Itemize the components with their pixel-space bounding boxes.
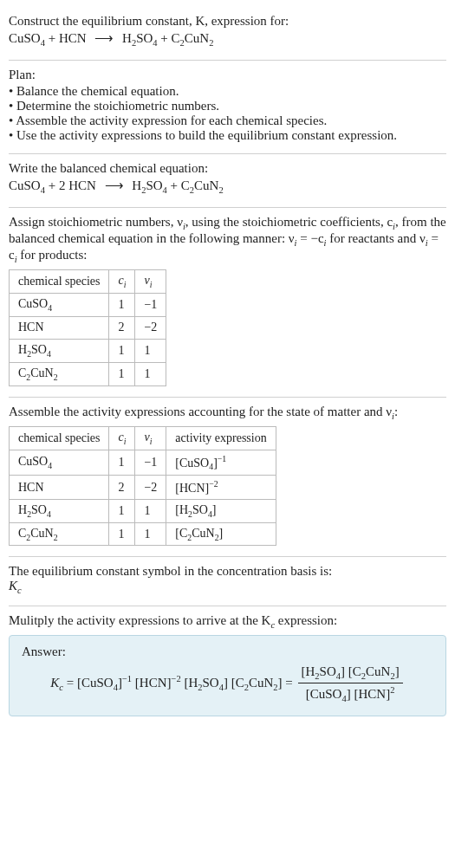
cell-ci: 2 <box>109 476 135 500</box>
balanced-label: Write the balanced chemical equation: <box>9 161 446 176</box>
col-vi: νi <box>135 426 166 450</box>
cell-species: HCN <box>10 476 109 500</box>
cell-ci: 1 <box>109 450 135 475</box>
fraction-denominator: [CuSO4] [HCN]2 <box>298 683 403 703</box>
cell-species: CuSO4 <box>10 293 109 316</box>
kc-symbol: Kc <box>9 579 446 595</box>
cell-species: C2CuN2 <box>10 522 109 546</box>
cell-species: HCN <box>10 316 109 340</box>
plan-list: Balance the chemical equation. Determine… <box>9 84 446 143</box>
col-species: chemical species <box>10 270 109 294</box>
table-row: HCN 2 −2 [HCN]−2 <box>10 476 276 500</box>
plan-item: Use the activity expressions to build th… <box>9 128 446 143</box>
table-header-row: chemical species ci νi <box>10 270 166 294</box>
title-text: Construct the equilibrium constant, K, e… <box>9 14 446 29</box>
col-vi: νi <box>135 270 166 294</box>
col-activity: activity expression <box>166 426 276 450</box>
table-row: HCN 2 −2 <box>10 316 166 340</box>
plan-item: Determine the stoichiometric numbers. <box>9 99 446 113</box>
plan-item: Balance the chemical equation. <box>9 84 446 99</box>
fraction-numerator: [H2SO4] [C2CuN2] <box>298 664 403 683</box>
activity-table: chemical species ci νi activity expressi… <box>9 426 276 547</box>
fraction: [H2SO4] [C2CuN2] [CuSO4] [HCN]2 <box>298 664 403 703</box>
kc-symbol-intro: The equilibrium constant symbol in the c… <box>9 564 446 579</box>
reaction-arrow-icon: ⟶ <box>105 178 124 193</box>
cell-ci: 1 <box>109 363 135 386</box>
cell-ci: 2 <box>109 316 135 340</box>
cell-species: CuSO4 <box>10 450 109 475</box>
cell-vi: 1 <box>135 340 166 363</box>
cell-activity: [HCN]−2 <box>166 476 276 500</box>
activity-intro: Assemble the activity expressions accoun… <box>9 405 446 421</box>
cell-species: C2CuN2 <box>10 363 109 386</box>
cell-activity: [C2CuN2] <box>166 522 276 546</box>
reaction-arrow-icon: ⟶ <box>94 30 114 46</box>
reactant-1: CuSO4 <box>9 178 45 192</box>
balanced-equation: CuSO4 + 2 HCN ⟶ H2SO4 + C2CuN2 <box>9 178 446 195</box>
table-row: C2CuN2 1 1 <box>10 363 166 386</box>
cell-ci: 1 <box>109 522 135 546</box>
title-part1: Construct the equilibrium constant, K, e… <box>9 14 289 28</box>
table-header-row: chemical species ci νi activity expressi… <box>10 426 276 450</box>
table-row: C2CuN2 1 1 [C2CuN2] <box>10 522 276 546</box>
cell-species: H2SO4 <box>10 499 109 522</box>
answer-box: Answer: Kc = [CuSO4]−1 [HCN]−2 [H2SO4] [… <box>9 635 446 716</box>
cell-species: H2SO4 <box>10 340 109 363</box>
unbalanced-equation: CuSO4 + HCN ⟶ H2SO4 + C2CuN2 <box>9 30 446 48</box>
table-row: CuSO4 1 −1 [CuSO4]−1 <box>10 450 276 475</box>
reactant-2: HCN <box>59 31 87 45</box>
cell-activity: [CuSO4]−1 <box>166 450 276 475</box>
cell-vi: −2 <box>135 476 166 500</box>
table-row: CuSO4 1 −1 <box>10 293 166 316</box>
reactant-1: CuSO4 <box>9 31 45 45</box>
plan-label: Plan: <box>9 68 446 82</box>
section-plan: Plan: Balance the chemical equation. Det… <box>9 61 446 154</box>
cell-vi: −2 <box>135 316 166 340</box>
reactant-2: HCN <box>68 178 96 192</box>
cell-vi: 1 <box>135 499 166 522</box>
cell-vi: −1 <box>135 450 166 475</box>
table-row: H2SO4 1 1 [H2SO4] <box>10 499 276 522</box>
cell-vi: 1 <box>135 363 166 386</box>
product-2: C2CuN2 <box>172 31 214 45</box>
answer-label: Answer: <box>22 645 433 659</box>
kc-expression: Kc = [CuSO4]−1 [HCN]−2 [H2SO4] [C2CuN2] … <box>22 664 433 703</box>
section-stoich: Assign stoichiometric numbers, νi, using… <box>9 208 446 398</box>
cell-ci: 1 <box>109 293 135 316</box>
plan-item: Assemble the activity expression for eac… <box>9 113 446 128</box>
stoich-table: chemical species ci νi CuSO4 1 −1 HCN 2 … <box>9 269 166 386</box>
col-ci: ci <box>109 270 135 294</box>
multiply-intro: Mulitply the activity expressions to arr… <box>9 613 446 630</box>
product-1: H2SO4 <box>122 31 158 45</box>
col-ci: ci <box>109 426 135 450</box>
section-activity: Assemble the activity expressions accoun… <box>9 398 446 558</box>
section-title: Construct the equilibrium constant, K, e… <box>9 7 446 61</box>
stoich-intro: Assign stoichiometric numbers, νi, using… <box>9 215 446 264</box>
cell-ci: 1 <box>109 340 135 363</box>
product-1: H2SO4 <box>132 178 167 192</box>
section-kc-symbol: The equilibrium constant symbol in the c… <box>9 557 446 606</box>
cell-vi: −1 <box>135 293 166 316</box>
section-answer: Mulitply the activity expressions to arr… <box>9 606 446 727</box>
table-row: H2SO4 1 1 <box>10 340 166 363</box>
cell-ci: 1 <box>109 499 135 522</box>
col-species: chemical species <box>10 426 109 450</box>
cell-activity: [H2SO4] <box>166 499 276 522</box>
product-2: C2CuN2 <box>181 178 224 192</box>
section-balanced: Write the balanced chemical equation: Cu… <box>9 154 446 208</box>
cell-vi: 1 <box>135 522 166 546</box>
